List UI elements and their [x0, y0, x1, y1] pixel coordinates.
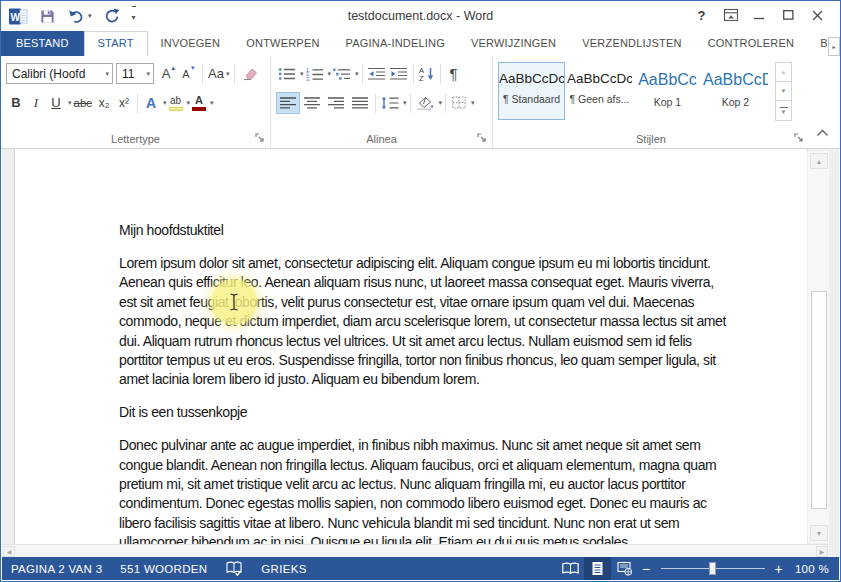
bullets-icon[interactable]	[276, 63, 298, 85]
font-name-combobox[interactable]: Calibri (Hoofd ▾	[6, 63, 113, 84]
proofing-status-icon[interactable]	[216, 557, 252, 580]
font-color-dropdown-icon[interactable]: ▾	[210, 99, 214, 107]
styles-scroll-up-icon[interactable]: ▲	[776, 63, 791, 82]
word-logo-icon[interactable]: W	[9, 6, 28, 26]
chevron-down-icon[interactable]: ▾	[105, 70, 109, 78]
sort-icon[interactable]: AZ	[417, 63, 437, 85]
scroll-up-icon[interactable]: ▲	[810, 153, 828, 169]
subheading[interactable]: Dit is een tussenkopje	[119, 403, 733, 422]
tab-invoegen[interactable]: INVOEGEN	[148, 31, 234, 56]
styles-more-icon[interactable]: ▼	[776, 101, 791, 120]
web-layout-icon[interactable]	[611, 557, 638, 580]
font-group: Calibri (Hoofd ▾ 11 ▾ A▲ A▼ Aa▾ B I	[1, 56, 271, 148]
zoom-slider[interactable]	[661, 557, 765, 580]
multilevel-list-icon[interactable]	[331, 63, 353, 85]
zoom-slider-handle[interactable]	[709, 562, 716, 575]
zoom-level[interactable]: 100 %	[787, 563, 839, 575]
document-content[interactable]: Mijn hoofdstuktitel Lorem ipsum dolor si…	[119, 221, 733, 557]
save-icon[interactable]	[40, 6, 55, 26]
collapse-ribbon-icon[interactable]	[816, 123, 829, 141]
tab-controleren[interactable]: CONTROLEREN	[695, 31, 808, 56]
italic-button[interactable]: I	[26, 92, 46, 114]
undo-dropdown-icon[interactable]: ▾	[88, 12, 92, 20]
customize-quick-access-toolbar-icon[interactable]: ▾	[132, 6, 136, 26]
subscript-button[interactable]: x₂	[94, 92, 114, 114]
shrink-font-button[interactable]: A▼	[179, 63, 199, 85]
redo-button[interactable]	[104, 6, 120, 26]
decrease-indent-icon[interactable]	[366, 63, 388, 85]
scroll-left-icon[interactable]: ◀	[3, 546, 15, 557]
font-color-swatch	[192, 107, 206, 111]
style-kop-2[interactable]: AaBbCcD Kop 2	[702, 62, 769, 120]
vertical-scrollbar-thumb[interactable]	[811, 291, 827, 509]
grow-font-button[interactable]: A▲	[159, 63, 179, 85]
document-area: Mijn hoofdstuktitel Lorem ipsum dolor si…	[2, 149, 839, 557]
language-indicator[interactable]: GRIEKS	[252, 557, 315, 580]
superscript-button[interactable]: x²	[114, 92, 134, 114]
tab-bestand[interactable]: BESTAND	[1, 31, 84, 56]
page-indicator[interactable]: PAGINA 2 VAN 3	[2, 557, 111, 580]
read-mode-icon[interactable]	[557, 557, 584, 580]
align-left-button[interactable]	[276, 92, 300, 114]
scroll-down-icon[interactable]: ▼	[810, 525, 828, 541]
font-color-button[interactable]: A	[190, 92, 208, 114]
numbering-icon[interactable]: 1.2.3.	[304, 63, 326, 85]
zoom-out-button[interactable]: −	[638, 561, 654, 577]
styles-dialog-launcher-icon[interactable]	[793, 132, 805, 144]
highlight-color-button[interactable]: ab	[167, 92, 185, 114]
style-standaard[interactable]: AaBbCcDc ¶ Standaard	[498, 62, 565, 120]
line-spacing-icon[interactable]	[379, 92, 401, 114]
style-geen-afstand[interactable]: AaBbCcDc ¶ Geen afs...	[566, 62, 633, 120]
styles-group-label: Stijlen	[493, 133, 809, 145]
sort-z: Z	[419, 74, 424, 82]
chevron-down-icon: ▾	[226, 70, 230, 78]
justify-button[interactable]	[348, 92, 372, 114]
horizontal-scrollbar[interactable]: ◀ ▶	[2, 544, 829, 557]
vertical-scrollbar[interactable]: ▲ ▼	[807, 151, 829, 543]
style-kop-1[interactable]: AaBbCc Kop 1	[634, 62, 701, 120]
zoom-in-button[interactable]: +	[771, 561, 787, 577]
tab-verwijzingen[interactable]: VERWIJZINGEN	[458, 31, 569, 56]
tab-overflow-icon[interactable]: ▸	[828, 37, 840, 56]
borders-icon[interactable]	[449, 92, 469, 114]
multilevel-dropdown-icon[interactable]: ▾	[355, 70, 359, 78]
strikethrough-button[interactable]: abc	[72, 92, 95, 114]
ribbon-tab-bar: BESTAND START INVOEGEN ONTWERPEN PAGINA-…	[1, 31, 840, 56]
document-page[interactable]: Mijn hoofdstuktitel Lorem ipsum dolor si…	[14, 149, 808, 557]
underline-button[interactable]: U	[46, 92, 66, 114]
help-icon[interactable]: ?	[687, 4, 716, 26]
borders-dropdown-icon[interactable]: ▾	[471, 99, 475, 107]
font-dialog-launcher-icon[interactable]	[254, 132, 266, 144]
show-paragraph-marks-icon[interactable]: ¶	[444, 63, 464, 85]
shading-icon[interactable]	[414, 92, 437, 114]
chevron-down-icon[interactable]: ▾	[146, 70, 150, 78]
align-center-button[interactable]	[300, 92, 324, 114]
tab-pagina-indeling[interactable]: PAGINA-INDELING	[333, 31, 458, 56]
tab-start[interactable]: START	[84, 31, 148, 56]
word-count[interactable]: 551 WOORDEN	[111, 557, 216, 580]
maximize-button[interactable]	[774, 4, 803, 26]
shading-dropdown-icon[interactable]: ▾	[439, 99, 443, 107]
font-size-combobox[interactable]: 11 ▾	[116, 63, 154, 84]
close-button[interactable]	[803, 4, 832, 26]
undo-button[interactable]: ▾	[67, 6, 92, 26]
align-right-button[interactable]	[324, 92, 348, 114]
tab-verzendlijsten[interactable]: VERZENDLIJSTEN	[569, 31, 694, 56]
clear-formatting-icon[interactable]	[238, 63, 260, 85]
ribbon-display-options-icon[interactable]	[716, 4, 745, 26]
minimize-button[interactable]	[745, 4, 774, 26]
styles-group: AaBbCcDc ¶ Standaard AaBbCcDc ¶ Geen afs…	[493, 56, 809, 148]
print-layout-icon[interactable]	[584, 557, 611, 580]
tab-ontwerpen[interactable]: ONTWERPEN	[233, 31, 332, 56]
bold-button[interactable]: B	[6, 92, 26, 114]
paragraph-2[interactable]: Donec pulvinar ante ac augue imperdiet, …	[119, 436, 733, 552]
styles-scroll-down-icon[interactable]: ▼	[776, 82, 791, 101]
change-case-button[interactable]: Aa▾	[206, 63, 231, 85]
paragraph-dialog-launcher-icon[interactable]	[476, 132, 488, 144]
scroll-right-icon[interactable]: ▶	[816, 546, 828, 557]
text-effects-button[interactable]: A	[141, 92, 161, 114]
chapter-title[interactable]: Mijn hoofdstuktitel	[119, 221, 733, 240]
paragraph-1[interactable]: Lorem ipsum dolor sit amet, consectetur …	[119, 254, 733, 390]
line-spacing-dropdown-icon[interactable]: ▾	[403, 99, 407, 107]
increase-indent-icon[interactable]	[388, 63, 410, 85]
